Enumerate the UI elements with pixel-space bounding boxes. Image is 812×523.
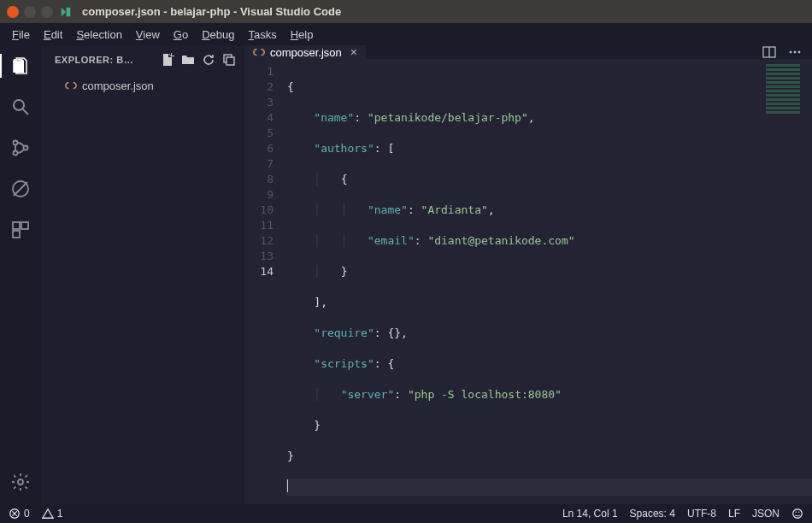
menu-edit[interactable]: Edit: [37, 26, 69, 44]
refresh-icon[interactable]: [201, 52, 216, 68]
window-title: composer.json - belajar-php - Visual Stu…: [82, 5, 341, 18]
explorer-sidebar: EXPLORER: B… composer.json: [41, 45, 244, 504]
activity-debug-icon[interactable]: [9, 177, 32, 201]
explorer-header: EXPLORER: B…: [41, 45, 244, 74]
svg-point-15: [790, 51, 792, 54]
tab-label: composer.json: [270, 46, 342, 59]
svg-rect-8: [21, 222, 28, 229]
json-file-icon: [253, 46, 265, 58]
menu-tasks[interactable]: Tasks: [241, 26, 283, 44]
window-titlebar: composer.json - belajar-php - Visual Stu…: [0, 0, 812, 23]
svg-rect-9: [13, 231, 20, 238]
code-content[interactable]: { "name": "petanikode/belajar-php", "aut…: [287, 59, 812, 523]
json-file-icon: [65, 79, 77, 91]
file-label: composer.json: [82, 79, 154, 92]
menu-help[interactable]: Help: [284, 26, 321, 44]
file-composer-json[interactable]: composer.json: [41, 76, 244, 95]
window-maximize-button[interactable]: [41, 6, 53, 18]
svg-rect-12: [227, 57, 234, 65]
vscode-icon: [60, 6, 72, 18]
activity-search-icon[interactable]: [9, 95, 32, 119]
more-actions-icon[interactable]: [788, 45, 802, 59]
tab-composer-json[interactable]: composer.json ×: [244, 45, 367, 59]
svg-point-0: [14, 100, 24, 110]
window-minimize-button[interactable]: [24, 6, 36, 18]
error-icon: [9, 508, 21, 520]
explorer-header-label: EXPLORER: B…: [55, 55, 155, 65]
split-editor-icon[interactable]: [762, 45, 776, 59]
window-controls: [7, 6, 53, 18]
menu-bar: File Edit Selection View Go Debug Tasks …: [0, 23, 812, 45]
menu-view[interactable]: View: [129, 26, 167, 44]
tab-close-icon[interactable]: ×: [350, 45, 357, 59]
explorer-tree: composer.json: [41, 74, 244, 97]
menu-selection[interactable]: Selection: [69, 26, 128, 44]
activity-scm-icon[interactable]: [9, 136, 32, 160]
status-warnings[interactable]: 1: [42, 508, 63, 520]
menu-file[interactable]: File: [5, 26, 37, 44]
editor-area: composer.json × 123 456 789 101112 1314 …: [244, 45, 812, 504]
activity-bar: [0, 45, 41, 504]
new-folder-icon[interactable]: [180, 52, 196, 68]
menu-debug[interactable]: Debug: [195, 26, 241, 44]
activity-extensions-icon[interactable]: [9, 218, 32, 242]
svg-point-2: [14, 141, 18, 145]
activity-settings-icon[interactable]: [9, 470, 32, 494]
status-errors[interactable]: 0: [9, 508, 30, 520]
line-gutter: 123 456 789 101112 1314: [244, 59, 287, 523]
svg-point-16: [794, 51, 797, 54]
svg-point-17: [798, 51, 801, 54]
warning-icon: [42, 508, 54, 520]
svg-point-10: [18, 479, 23, 485]
editor-body[interactable]: 123 456 789 101112 1314 { "name": "petan…: [244, 59, 812, 523]
svg-line-1: [23, 109, 28, 115]
minimap[interactable]: [757, 62, 809, 114]
tab-actions: [752, 45, 812, 59]
svg-point-3: [14, 151, 18, 156]
activity-explorer-icon[interactable]: [9, 54, 32, 78]
collapse-all-icon[interactable]: [221, 52, 237, 68]
new-file-icon[interactable]: [160, 52, 175, 68]
tab-bar: composer.json ×: [244, 45, 812, 59]
window-close-button[interactable]: [7, 6, 19, 18]
svg-line-6: [14, 182, 27, 196]
menu-go[interactable]: Go: [167, 26, 195, 44]
svg-rect-7: [13, 222, 20, 229]
